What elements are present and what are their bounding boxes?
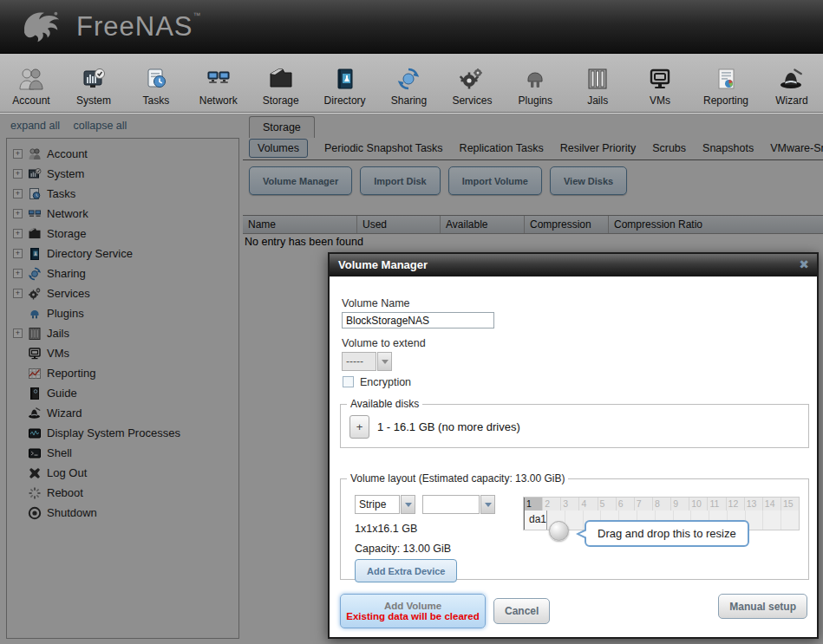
volume-layout-legend: Volume layout (Estimated capacity: 13.00… [347,472,568,485]
toolbar-item-directory[interactable]: Directory [324,67,366,107]
toolbar-item-jails[interactable]: Jails [578,67,617,107]
volume-layout-fieldset: Volume layout (Estimated capacity: 13.00… [340,472,809,580]
toolbar-item-services[interactable]: Services [452,67,492,107]
plugins-icon [522,67,548,91]
grid-col-header[interactable]: 1 [524,498,543,511]
grid-col-header[interactable]: 5 [598,498,617,511]
vms-icon [647,67,673,91]
toolbar-item-sharing[interactable]: Sharing [389,67,428,107]
jails-icon [585,67,611,91]
encryption-checkbox[interactable] [343,376,354,387]
layout-size-info: 1x1x16.1 GB [355,523,417,535]
grid-col-header[interactable]: 8 [653,498,671,511]
grid-col-header[interactable]: 7 [635,498,653,511]
toolbar-item-reporting[interactable]: Reporting [703,67,748,107]
disk-count-value [422,495,480,514]
chevron-down-icon[interactable] [480,495,495,514]
toolbar-label: Storage [263,94,299,107]
volume-manager-dialog: Volume Manager ✖ Volume Name Volume to e… [328,252,819,639]
grid-col-header[interactable]: 13 [745,498,763,511]
add-disk-button[interactable]: + [349,415,369,439]
volume-to-extend-label: Volume to extend [342,337,426,349]
storage-folder-icon [268,67,294,91]
disk-grid-header: 1 2 3 4 5 6 7 8 9 10 11 12 13 14 15 [524,498,799,511]
wizard-hat-icon [779,67,805,91]
layout-capacity: Capacity: 13.00 GiB [355,543,451,555]
account-icon [18,67,44,91]
layout-type-select[interactable]: Stripe [355,495,415,514]
add-volume-label: Add Volume [341,601,485,611]
volume-name-input[interactable] [342,312,494,329]
toolbar-label: Services [452,94,492,107]
toolbar-item-account[interactable]: Account [12,67,50,107]
icon-toolbar: Account System Tasks Network Storage Dir… [0,54,823,113]
toolbar-label: Plugins [519,94,552,107]
volume-to-extend-value: ----- [342,352,376,371]
toolbar-item-network[interactable]: Network [199,67,238,107]
volume-to-extend-select[interactable]: ----- [342,352,392,371]
add-volume-button[interactable]: Add Volume Existing data will be cleared [340,594,486,628]
toolbar-item-wizard[interactable]: Wizard [773,67,811,107]
tasks-icon [143,67,169,91]
grid-col-header[interactable]: 6 [617,498,635,511]
encryption-label: Encryption [360,376,411,388]
freenas-shark-logo-icon [19,8,69,46]
close-icon[interactable]: ✖ [799,254,809,276]
chevron-down-icon[interactable] [377,352,392,371]
chevron-down-icon[interactable] [401,495,415,514]
toolbar-label: Tasks [142,94,169,107]
toolbar-label: VMs [650,94,670,107]
toolbar-label: Network [199,94,238,107]
available-disk-entry: 1 - 16.1 GB (no more drives) [377,420,520,433]
grid-col-header[interactable]: 9 [671,498,689,511]
manual-setup-button[interactable]: Manual setup [718,594,807,619]
toolbar-label: Sharing [391,94,427,107]
disk-cell-da1[interactable]: da1 [524,511,547,530]
toolbar-label: Reporting [703,94,748,107]
toolbar-label: Jails [587,94,608,107]
add-extra-device-button[interactable]: Add Extra Device [355,559,457,582]
grid-col-header[interactable]: 2 [543,498,561,511]
reporting-icon [713,67,739,91]
toolbar-item-vms[interactable]: VMs [641,67,679,107]
sharing-icon [395,67,421,91]
grid-col-header[interactable]: 11 [708,498,726,511]
resize-tooltip: Drag and drop this to resize [585,520,749,547]
available-disks-legend: Available disks [347,398,422,410]
dialog-body: Volume Name Volume to extend ----- Encry… [330,276,817,637]
cancel-button[interactable]: Cancel [493,598,550,624]
layout-type-value: Stripe [355,495,400,514]
toolbar-item-tasks[interactable]: Tasks [137,67,175,107]
toolbar-label: Directory [324,94,366,107]
toolbar-item-plugins[interactable]: Plugins [516,67,554,107]
network-icon [206,67,232,91]
volume-name-label: Volume Name [342,297,410,309]
toolbar-label: System [76,94,111,107]
brand-title: FreeNAS™ [76,11,201,42]
toolbar-item-storage[interactable]: Storage [262,67,300,107]
disk-count-select[interactable] [422,495,495,514]
grid-col-header[interactable]: 12 [727,498,745,511]
toolbar-label: Account [12,94,49,107]
add-volume-warning: Existing data will be cleared [341,611,485,621]
toolbar-item-system[interactable]: System [75,67,113,107]
services-gears-icon [459,67,485,91]
grid-col-header[interactable]: 15 [781,498,799,511]
available-disks-fieldset: Available disks + 1 - 16.1 GB (no more d… [340,398,809,448]
toolbar-label: Wizard [775,94,807,107]
grid-col-header[interactable]: 10 [689,498,708,511]
dialog-title: Volume Manager [338,258,428,271]
grid-col-header[interactable]: 3 [561,498,579,511]
grid-col-header[interactable]: 4 [579,498,598,511]
brand-bar: FreeNAS™ [0,0,823,54]
system-icon [81,67,107,91]
resize-drag-handle[interactable] [549,521,569,541]
dialog-title-bar[interactable]: Volume Manager ✖ [330,254,817,276]
grid-col-header[interactable]: 14 [763,498,781,511]
directory-book-icon [332,67,358,91]
